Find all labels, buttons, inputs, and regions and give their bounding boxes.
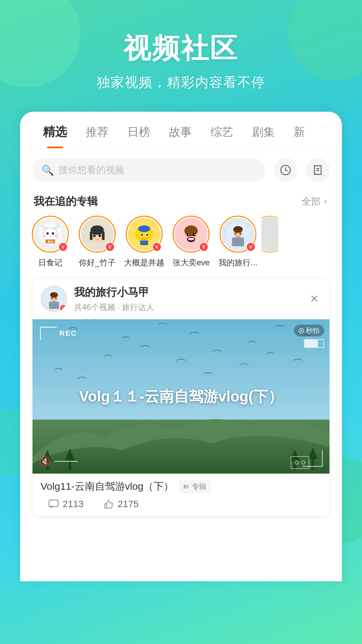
miaopai-badge: 秒拍 [294, 325, 324, 336]
svg-point-41 [187, 233, 189, 236]
channel-name-1: 日食记 [38, 257, 62, 268]
channel-item-2[interactable]: V 你好_竹子 [74, 216, 121, 268]
following-more-button[interactable]: 全部 [302, 195, 328, 208]
tabs-row: 精选 推荐 日榜 故事 综艺 剧集 新 [20, 112, 342, 149]
svg-point-50 [240, 233, 241, 234]
tab-series[interactable]: 剧集 [243, 124, 284, 148]
channel-name-3: 大概是井越 [124, 257, 164, 268]
comment-stat: 2113 [49, 499, 83, 509]
battery-fill [305, 340, 318, 347]
album-badge[interactable]: 专辑 [179, 480, 211, 493]
like-stat: 2175 [104, 499, 138, 509]
channel-name-5: 我的旅行... [219, 257, 257, 268]
svg-point-53 [50, 292, 58, 298]
channel-item-1[interactable]: 食记 V 日食记 [27, 216, 74, 268]
mute-icon[interactable]: 🔇 [39, 456, 51, 467]
following-section-header: 我在追的专辑 全部 [20, 189, 342, 216]
video-title-overlay: Volg１１-云南自驾游vlog(下） [79, 387, 283, 407]
svg-rect-29 [138, 228, 150, 230]
channels-row: 食记 V 日食记 [20, 216, 342, 275]
svg-rect-48 [232, 237, 244, 246]
svg-point-25 [100, 234, 101, 235]
search-box[interactable]: 🔍 搜你想看的视频 [32, 158, 265, 182]
svg-point-23 [99, 234, 101, 237]
page-subtitle: 独家视频，精彩内容看不停 [0, 73, 362, 92]
video-thumbnail[interactable]: REC 秒拍 Volg１１-云南自驾游vlog(下） 🔇 [33, 319, 329, 474]
vip-badge-5: V [246, 242, 255, 252]
svg-point-22 [93, 234, 96, 237]
svg-point-32 [141, 234, 143, 236]
tab-variety[interactable]: 综艺 [201, 124, 243, 148]
svg-point-55 [51, 298, 53, 299]
rec-indicator: REC [40, 327, 77, 340]
featured-channel-avatar: V [41, 285, 67, 312]
vhs-icon [291, 456, 309, 469]
vhs-reel-right [301, 461, 305, 465]
video-footer: Volg11-云南自驾游vlog（下） 专辑 2113 [33, 474, 329, 516]
vip-badge-4: V [199, 242, 208, 252]
featured-card: V 我的旅行小马甲 共46个视频 · 旅行达人 ✕ [32, 278, 330, 517]
featured-vip-badge: V [59, 304, 67, 312]
channel-avatar-ring-5: V [220, 216, 256, 253]
svg-rect-54 [49, 302, 59, 309]
video-bottom-controls: 🔇 [39, 456, 78, 467]
channel-item-3[interactable]: V 大概是井越 [121, 216, 168, 268]
svg-point-43 [188, 234, 189, 235]
tab-daily-chart[interactable]: 日榜 [118, 124, 160, 148]
svg-text:食记: 食记 [47, 240, 54, 244]
svg-point-9 [52, 232, 54, 235]
channel-avatar-6 [261, 218, 278, 251]
vhs-reel-left [295, 461, 299, 465]
tab-stories[interactable]: 故事 [160, 124, 201, 148]
channel-avatar-ring-1: 食记 V [32, 216, 69, 253]
svg-rect-40 [188, 238, 194, 240]
svg-rect-34 [140, 240, 148, 245]
close-featured-button[interactable]: ✕ [307, 291, 321, 306]
folder-button[interactable] [306, 158, 330, 182]
svg-point-47 [233, 226, 243, 233]
tab-recommended[interactable]: 推荐 [76, 124, 118, 148]
featured-info: 我的旅行小马甲 共46个视频 · 旅行达人 [74, 285, 307, 313]
like-count: 2175 [118, 499, 138, 509]
svg-point-49 [235, 233, 237, 234]
svg-marker-66 [301, 330, 303, 332]
history-button[interactable] [274, 158, 298, 182]
channel-avatar-ring-4: V [173, 216, 209, 253]
featured-channel-name: 我的旅行小马甲 [74, 285, 307, 300]
svg-point-42 [193, 233, 195, 236]
video-title: Volg11-云南自驾游vlog（下） [41, 480, 174, 493]
channel-avatar-ring-3: V [126, 216, 163, 253]
video-stats: 2113 2175 [41, 493, 321, 516]
svg-marker-67 [186, 485, 189, 488]
tab-featured[interactable]: 精选 [34, 124, 76, 148]
svg-point-56 [55, 298, 57, 299]
search-area: 🔍 搜你想看的视频 [20, 149, 342, 189]
progress-bar [54, 461, 78, 462]
svg-point-24 [95, 234, 96, 235]
vip-badge-3: V [152, 242, 162, 252]
vip-badge-1: V [58, 242, 68, 252]
search-icon: 🔍 [42, 164, 54, 176]
channel-name-2: 你好_竹子 [79, 257, 115, 268]
svg-point-33 [146, 234, 148, 236]
tab-new[interactable]: 新 [284, 124, 314, 148]
battery-indicator [304, 339, 324, 348]
page-title: 视频社区 [0, 30, 362, 67]
rec-corner-bracket [40, 327, 57, 340]
video-top-right: 秒拍 [294, 325, 324, 348]
comment-count: 2113 [63, 499, 83, 509]
featured-channel-meta: 共46个视频 · 旅行达人 [74, 302, 307, 313]
svg-rect-70 [49, 500, 58, 507]
channel-item-4[interactable]: V 张大奕eve [168, 216, 215, 268]
svg-rect-21 [102, 231, 105, 240]
header-area: 视频社区 独家视频，精彩内容看不停 [0, 0, 362, 112]
rec-text: REC [59, 329, 77, 338]
channel-item-6[interactable] [261, 216, 278, 268]
svg-point-37 [184, 225, 198, 236]
svg-point-44 [194, 234, 195, 235]
vip-badge-2: V [105, 242, 115, 252]
main-card: 精选 推荐 日榜 故事 综艺 剧集 新 🔍 搜你想看的视频 我在追的专辑 [20, 112, 342, 581]
svg-rect-20 [90, 231, 93, 240]
channel-item-5[interactable]: V 我的旅行... [215, 216, 261, 268]
channel-avatar-ring-2: V [79, 216, 116, 253]
